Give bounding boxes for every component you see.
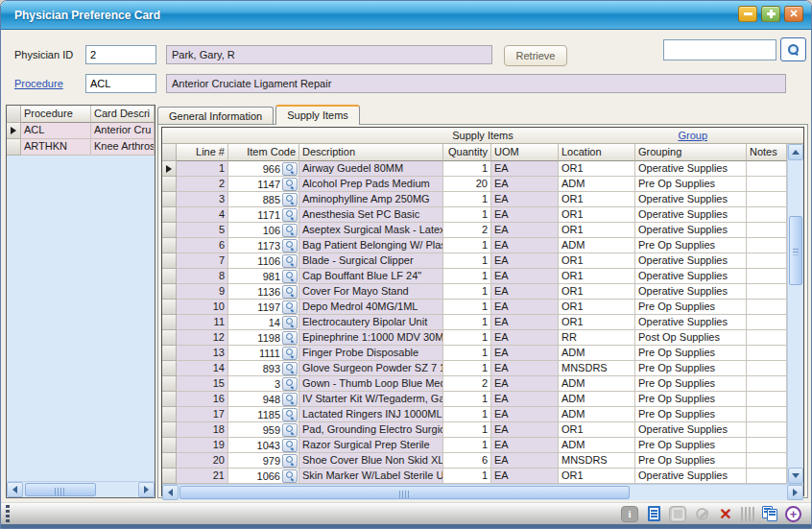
cell-line-number[interactable]: 1 xyxy=(177,161,228,177)
cell-quantity[interactable]: 1 xyxy=(443,161,491,177)
add-icon[interactable]: + xyxy=(785,506,801,522)
column-header-description[interactable]: Description xyxy=(299,144,443,161)
supply-row[interactable]: 8981Cap Bouffant Blue LF 24"1EAOR1Operat… xyxy=(162,269,787,284)
maximize-icon[interactable] xyxy=(761,6,780,22)
cell-quantity[interactable]: 1 xyxy=(443,253,491,269)
cell-item-code[interactable]: 959 xyxy=(228,422,299,438)
cell-item-code[interactable]: 1147 xyxy=(228,177,299,192)
cell-grouping[interactable]: Pre Op Supplies xyxy=(635,453,747,469)
procedure-list-hscrollbar[interactable] xyxy=(7,481,155,497)
cell-item-code[interactable]: 948 xyxy=(228,392,299,407)
supply-row[interactable]: 61173Bag Patient Belonging W/ Plastic1EA… xyxy=(162,238,787,253)
cell-line-number[interactable]: 21 xyxy=(177,469,228,484)
cell-notes[interactable] xyxy=(747,315,787,330)
column-header-location[interactable]: Location xyxy=(559,144,635,161)
row-selector[interactable] xyxy=(7,139,21,156)
item-lookup-button[interactable] xyxy=(282,301,298,314)
row-selector[interactable] xyxy=(162,284,177,300)
cell-notes[interactable] xyxy=(747,407,787,422)
cell-uom[interactable]: EA xyxy=(491,223,559,238)
cell-line-number[interactable]: 15 xyxy=(177,376,228,392)
cell-item-code[interactable]: 966 xyxy=(228,161,299,177)
cell-item-code[interactable]: 885 xyxy=(228,192,299,207)
cell-notes[interactable] xyxy=(747,238,787,253)
cell-item-code[interactable]: 981 xyxy=(228,269,299,284)
item-lookup-button[interactable] xyxy=(282,469,298,483)
supply-row[interactable]: 14893Glove Surgeon Powder SZ 7 1/21EAMNS… xyxy=(162,361,787,376)
supply-row[interactable]: 1966Airway Guedel 80MM1EAOR1Operative Su… xyxy=(162,161,787,177)
cell-grouping[interactable]: Pre Op Supplies xyxy=(635,392,747,407)
cell-location[interactable]: ADM xyxy=(559,392,635,407)
column-header-quantity[interactable]: Quantity xyxy=(443,144,491,161)
cell-notes[interactable] xyxy=(747,438,787,453)
cell-grouping[interactable]: Pre Op Supplies xyxy=(635,346,747,361)
cell-uom[interactable]: EA xyxy=(491,361,559,376)
item-lookup-button[interactable] xyxy=(282,239,298,252)
cell-card-description[interactable]: Anterior Cru xyxy=(91,123,155,139)
cell-line-number[interactable]: 16 xyxy=(177,392,228,407)
supply-row[interactable]: 20979Shoe Cover Blue Non Skid XL6EAMNSDR… xyxy=(162,453,787,469)
cell-description[interactable]: Anesthesia Set PC Basic xyxy=(299,207,443,223)
row-selector[interactable] xyxy=(162,361,177,376)
group-link[interactable]: Group xyxy=(678,130,707,141)
scroll-left-icon[interactable] xyxy=(7,482,23,497)
cell-grouping[interactable]: Operative Supplies xyxy=(635,161,747,177)
cell-quantity[interactable]: 2 xyxy=(443,223,491,238)
supply-row[interactable]: 41171Anesthesia Set PC Basic1EAOR1Operat… xyxy=(162,207,787,223)
cell-uom[interactable]: EA xyxy=(491,253,559,269)
cell-description[interactable]: Electrocautery Bipolar Unit xyxy=(299,315,443,330)
row-selector[interactable] xyxy=(162,269,177,284)
cell-grouping[interactable]: Operative Supplies xyxy=(635,315,747,330)
cell-notes[interactable] xyxy=(747,207,787,223)
cell-location[interactable]: RR xyxy=(559,330,635,346)
cell-description[interactable]: Blade - Surgical Clipper xyxy=(299,253,443,269)
scroll-left-icon[interactable] xyxy=(162,485,179,500)
column-header-notes[interactable]: Notes xyxy=(747,144,787,161)
search-input[interactable] xyxy=(663,39,776,60)
copy-icon[interactable] xyxy=(761,506,778,522)
item-lookup-button[interactable] xyxy=(282,347,298,360)
item-lookup-button[interactable] xyxy=(282,254,298,268)
supply-row[interactable]: 1114Electrocautery Bipolar Unit1EAOR1Ope… xyxy=(162,315,787,330)
cell-notes[interactable] xyxy=(747,330,787,346)
cell-quantity[interactable]: 2 xyxy=(443,376,491,392)
cell-line-number[interactable]: 11 xyxy=(177,315,228,330)
cell-grouping[interactable]: Pre Op Supplies xyxy=(635,238,747,253)
item-lookup-button[interactable] xyxy=(282,316,298,329)
supply-row[interactable]: 18959Pad, Grounding Electro Surgical1EAO… xyxy=(162,422,787,438)
cell-quantity[interactable]: 20 xyxy=(443,177,491,192)
cell-description[interactable]: IV Starter Kit W/Tegaderm, Gauz xyxy=(299,392,443,407)
cell-location[interactable]: OR1 xyxy=(559,422,635,438)
cell-location[interactable]: ADM xyxy=(559,407,635,422)
cell-description[interactable]: Razor Surgical Prep Sterile xyxy=(299,438,443,453)
cell-item-code[interactable]: 1171 xyxy=(228,207,299,223)
cell-notes[interactable] xyxy=(747,284,787,300)
cell-description[interactable]: Pad, Grounding Electro Surgical xyxy=(299,422,443,438)
cell-description[interactable]: Alcohol Prep Pads Medium xyxy=(299,177,443,192)
minimize-icon[interactable] xyxy=(738,6,757,22)
cell-location[interactable]: ADM xyxy=(559,346,635,361)
cell-description[interactable]: Gown - Thumb Loop Blue Mediu xyxy=(299,376,443,392)
item-lookup-button[interactable] xyxy=(282,393,298,406)
procedure-link[interactable]: Procedure xyxy=(14,78,63,89)
cell-item-code[interactable]: 1106 xyxy=(228,253,299,269)
notes-icon[interactable] xyxy=(645,506,662,522)
row-selector[interactable] xyxy=(162,177,177,192)
cell-grouping[interactable]: Pre Op Supplies xyxy=(635,407,747,422)
supply-table-hscrollbar[interactable] xyxy=(162,484,803,500)
cell-uom[interactable]: EA xyxy=(491,453,559,469)
row-selector[interactable] xyxy=(162,346,177,361)
delete-icon[interactable]: ✕ xyxy=(717,506,734,522)
cell-line-number[interactable]: 18 xyxy=(177,422,228,438)
supply-row[interactable]: 71106Blade - Surgical Clipper1EAOR1Opera… xyxy=(162,253,787,269)
column-header-procedure[interactable]: Procedure xyxy=(21,106,91,123)
cell-notes[interactable] xyxy=(747,469,787,484)
supply-row[interactable]: 131111Finger Probe Disposable1EAADMPre O… xyxy=(162,346,787,361)
cell-location[interactable]: OR1 xyxy=(559,269,635,284)
cell-line-number[interactable]: 12 xyxy=(177,330,228,346)
cell-quantity[interactable]: 1 xyxy=(443,192,491,207)
cell-line-number[interactable]: 7 xyxy=(177,253,228,269)
cell-description[interactable]: Cap Bouffant Blue LF 24" xyxy=(299,269,443,284)
scroll-up-icon[interactable] xyxy=(788,144,803,160)
cell-item-code[interactable]: 979 xyxy=(228,453,299,469)
